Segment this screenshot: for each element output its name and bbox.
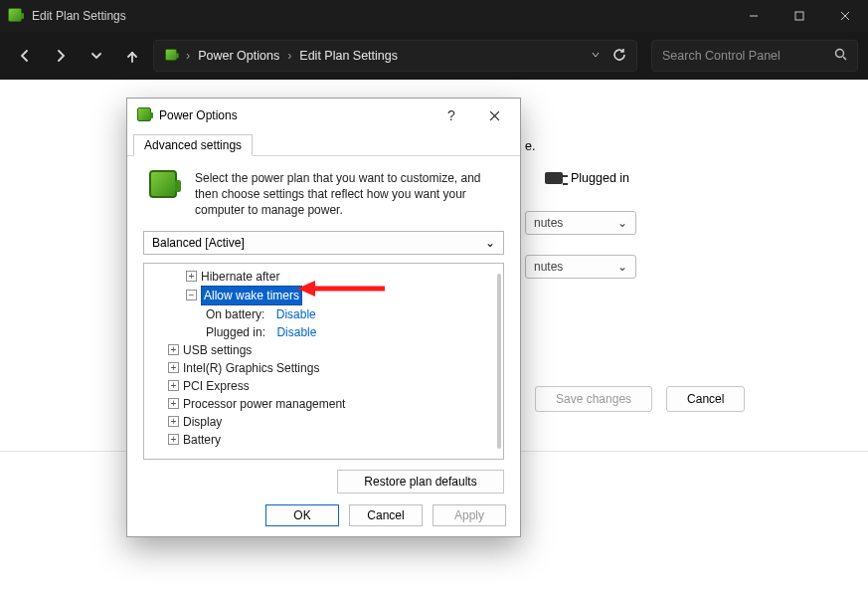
power-plan-icon [149,170,183,204]
search-placeholder: Search Control Panel [662,49,781,63]
search-icon [834,48,847,64]
tree-allow-wake-timers[interactable]: −Allow wake timers [150,286,497,305]
expand-icon[interactable]: + [168,380,179,391]
select-value: nutes [534,260,563,274]
plug-icon [545,172,563,184]
select-value: nutes [534,216,563,230]
expand-icon[interactable]: + [168,362,179,373]
expand-icon[interactable]: + [168,398,179,409]
up-button[interactable] [117,41,147,71]
recent-button[interactable] [82,41,111,71]
power-options-icon [8,8,24,24]
dialog-tabbar: Advanced settings [127,132,520,156]
address-bar[interactable]: › Power Options › Edit Plan Settings [153,40,637,72]
chevron-right-icon: › [287,49,291,63]
dialog-description: Select the power plan that you want to c… [195,170,504,219]
tree-scrollbar[interactable] [497,274,501,449]
dialog-titlebar: Power Options ? [127,99,520,132]
tree-processor-power[interactable]: +Processor power management [150,395,497,413]
apply-button[interactable]: Apply [433,504,506,526]
power-plan-value: Balanced [Active] [152,236,245,250]
expand-icon[interactable]: + [168,434,179,445]
cancel-button[interactable]: Cancel [666,386,745,412]
power-options-dialog: Power Options ? Advanced settings Select… [126,98,521,537]
page-text-fragment: e. [525,139,535,153]
chevron-down-icon: ⌄ [617,260,627,274]
svg-line-6 [843,57,846,60]
chevron-down-icon: ⌄ [617,216,627,230]
address-icon [164,48,178,65]
settings-tree[interactable]: +Hibernate after −Allow wake timers On b… [143,263,504,460]
expand-icon[interactable]: + [186,271,197,282]
tree-intel-graphics[interactable]: +Intel(R) Graphics Settings [150,359,497,377]
tree-pci-express[interactable]: +PCI Express [150,377,497,395]
crumb-edit-plan[interactable]: Edit Plan Settings [299,49,398,63]
dialog-title: Power Options [159,108,238,122]
back-button[interactable] [10,41,40,71]
dialog-icon [137,107,151,124]
power-plan-select[interactable]: Balanced [Active] ⌄ [143,231,504,255]
crumb-power-options[interactable]: Power Options [198,49,279,63]
ok-button[interactable]: OK [265,504,339,526]
expand-icon[interactable]: + [168,344,179,355]
forward-button[interactable] [46,41,76,71]
dialog-cancel-button[interactable]: Cancel [349,504,423,526]
tree-usb-settings[interactable]: +USB settings [150,341,497,359]
maximize-button[interactable] [777,0,822,32]
help-button[interactable]: ? [436,101,466,129]
explorer-window: Edit Plan Settings › Power Options › Edi… [0,0,868,597]
refresh-button[interactable] [612,48,626,65]
collapse-icon[interactable]: − [186,290,197,300]
tab-advanced-settings[interactable]: Advanced settings [133,134,253,156]
plugged-in-label: Plugged in [571,171,629,185]
search-input[interactable]: Search Control Panel [651,40,858,72]
restore-defaults-button[interactable]: Restore plan defaults [337,470,504,494]
tree-hibernate-after[interactable]: +Hibernate after [150,268,497,286]
tree-battery[interactable]: +Battery [150,431,497,449]
tree-display[interactable]: +Display [150,413,497,431]
minimize-button[interactable] [731,0,777,32]
tree-wake-on-battery[interactable]: On battery: Disable [150,305,497,323]
save-changes-button[interactable]: Save changes [535,386,652,412]
plugged-in-header: Plugged in [545,171,629,185]
display-timeout-select[interactable]: nutes ⌄ [525,211,636,235]
chevron-down-icon: ⌄ [485,236,495,250]
address-dropdown-icon[interactable] [591,49,601,63]
dialog-close-button[interactable] [474,101,514,129]
window-title: Edit Plan Settings [32,9,731,23]
titlebar: Edit Plan Settings [0,0,868,32]
nav-toolbar: › Power Options › Edit Plan Settings Sea… [0,32,868,80]
svg-point-5 [836,50,844,58]
close-button[interactable] [822,0,868,32]
tree-wake-plugged-in[interactable]: Plugged in: Disable [150,323,497,341]
chevron-right-icon: › [186,49,190,63]
expand-icon[interactable]: + [168,416,179,427]
sleep-timeout-select[interactable]: nutes ⌄ [525,255,636,279]
svg-rect-1 [795,12,803,20]
